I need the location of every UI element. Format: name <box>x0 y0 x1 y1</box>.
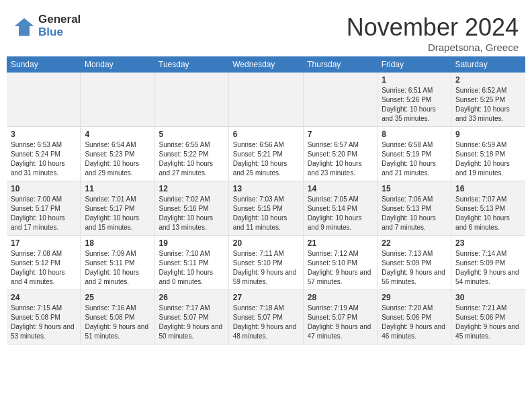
day-info: Daylight: 10 hours and 4 minutes. <box>11 268 76 287</box>
day-info: Daylight: 10 hours and 21 minutes. <box>382 159 447 178</box>
day-header-friday: Friday <box>378 56 451 73</box>
day-info: Sunrise: 7:09 AM <box>85 249 150 259</box>
day-cell: 2Sunrise: 6:52 AMSunset: 5:25 PMDaylight… <box>451 73 525 127</box>
day-header-monday: Monday <box>81 56 154 73</box>
page-header: General Blue November 2024 Drapetsona, G… <box>7 7 525 56</box>
day-number: 15 <box>382 184 447 193</box>
day-info: Sunset: 5:22 PM <box>159 150 224 159</box>
day-number: 4 <box>85 130 150 139</box>
logo: General Blue <box>13 13 81 38</box>
day-number: 11 <box>85 184 150 193</box>
day-cell: 26Sunrise: 7:17 AMSunset: 5:07 PMDayligh… <box>154 290 228 345</box>
day-info: Sunset: 5:11 PM <box>159 259 224 268</box>
day-info: Daylight: 10 hours and 13 minutes. <box>159 214 224 232</box>
day-info: Sunrise: 7:14 AM <box>455 249 521 259</box>
day-info: Sunset: 5:23 PM <box>85 150 150 159</box>
day-info: Sunset: 5:11 PM <box>85 259 150 268</box>
day-number: 3 <box>11 130 76 139</box>
day-info: Sunset: 5:17 PM <box>85 204 150 214</box>
day-info: Daylight: 9 hours and 57 minutes. <box>308 268 373 287</box>
day-info: Daylight: 9 hours and 50 minutes. <box>159 322 224 341</box>
day-info: Sunrise: 7:02 AM <box>159 195 224 204</box>
day-number: 25 <box>85 293 150 302</box>
day-header-wednesday: Wednesday <box>228 56 303 73</box>
day-info: Sunset: 5:10 PM <box>233 259 299 268</box>
day-info: Sunset: 5:24 PM <box>11 150 76 159</box>
day-number: 27 <box>233 293 299 302</box>
day-info: Sunset: 5:14 PM <box>308 204 373 214</box>
day-info: Daylight: 9 hours and 46 minutes. <box>382 322 447 341</box>
day-cell: 18Sunrise: 7:09 AMSunset: 5:11 PMDayligh… <box>81 236 154 290</box>
day-info: Sunrise: 6:53 AM <box>11 140 76 150</box>
day-number: 12 <box>159 184 224 193</box>
day-cell <box>7 73 81 127</box>
day-header-saturday: Saturday <box>451 56 525 73</box>
day-info: Daylight: 10 hours and 25 minutes. <box>233 159 299 178</box>
day-number: 8 <box>382 130 447 139</box>
day-number: 14 <box>308 184 373 193</box>
day-cell <box>154 73 228 127</box>
day-info: Daylight: 10 hours and 35 minutes. <box>382 105 447 124</box>
day-info: Sunrise: 6:56 AM <box>233 140 299 150</box>
day-info: Sunrise: 7:20 AM <box>382 304 447 313</box>
day-info: Daylight: 9 hours and 54 minutes. <box>455 268 521 287</box>
day-info: Daylight: 10 hours and 27 minutes. <box>159 159 224 178</box>
day-info: Daylight: 9 hours and 53 minutes. <box>11 322 76 341</box>
day-info: Sunset: 5:16 PM <box>159 204 224 214</box>
day-info: Sunrise: 6:52 AM <box>455 86 521 95</box>
logo-blue: Blue <box>38 26 81 39</box>
calendar-table: SundayMondayTuesdayWednesdayThursdayFrid… <box>7 56 525 345</box>
day-info: Sunset: 5:18 PM <box>455 150 521 159</box>
day-header-tuesday: Tuesday <box>154 56 228 73</box>
day-info: Sunrise: 6:58 AM <box>382 140 447 150</box>
day-cell: 8Sunrise: 6:58 AMSunset: 5:19 PMDaylight… <box>378 127 451 181</box>
day-info: Sunrise: 7:15 AM <box>11 304 76 313</box>
day-cell: 3Sunrise: 6:53 AMSunset: 5:24 PMDaylight… <box>7 127 81 181</box>
day-info: Sunrise: 6:55 AM <box>159 140 224 150</box>
day-info: Sunrise: 7:01 AM <box>85 195 150 204</box>
day-info: Sunset: 5:09 PM <box>382 259 447 268</box>
day-number: 23 <box>455 238 521 248</box>
day-number: 5 <box>159 130 224 139</box>
day-number: 17 <box>11 238 76 248</box>
day-info: Sunrise: 6:54 AM <box>85 140 150 150</box>
day-info: Daylight: 9 hours and 59 minutes. <box>233 268 299 287</box>
day-cell: 25Sunrise: 7:16 AMSunset: 5:08 PMDayligh… <box>81 290 154 345</box>
day-info: Sunrise: 7:13 AM <box>382 249 447 259</box>
location: Drapetsona, Greece <box>347 42 519 53</box>
day-number: 10 <box>11 184 76 193</box>
day-info: Sunset: 5:10 PM <box>308 259 373 268</box>
day-info: Daylight: 10 hours and 29 minutes. <box>85 159 150 178</box>
day-info: Sunrise: 7:21 AM <box>455 304 521 313</box>
day-info: Sunset: 5:07 PM <box>159 313 224 322</box>
day-info: Sunset: 5:07 PM <box>233 313 299 322</box>
day-header-thursday: Thursday <box>303 56 377 73</box>
day-cell <box>228 73 303 127</box>
day-info: Sunrise: 6:59 AM <box>455 140 521 150</box>
day-info: Sunrise: 7:18 AM <box>233 304 299 313</box>
day-cell: 1Sunrise: 6:51 AMSunset: 5:26 PMDaylight… <box>378 73 451 127</box>
day-info: Sunrise: 7:19 AM <box>308 304 373 313</box>
logo-general: General <box>38 13 81 26</box>
day-info: Sunrise: 7:00 AM <box>11 195 76 204</box>
day-info: Sunset: 5:20 PM <box>308 150 373 159</box>
day-cell: 7Sunrise: 6:57 AMSunset: 5:20 PMDaylight… <box>303 127 377 181</box>
day-info: Sunset: 5:17 PM <box>11 204 76 214</box>
day-cell: 29Sunrise: 7:20 AMSunset: 5:06 PMDayligh… <box>378 290 451 345</box>
day-info: Sunrise: 7:05 AM <box>308 195 373 204</box>
day-info: Sunset: 5:08 PM <box>11 313 76 322</box>
day-cell: 22Sunrise: 7:13 AMSunset: 5:09 PMDayligh… <box>378 236 451 290</box>
day-info: Sunrise: 7:07 AM <box>455 195 521 204</box>
day-info: Daylight: 10 hours and 0 minutes. <box>159 268 224 287</box>
logo-text: General Blue <box>38 13 81 38</box>
day-number: 22 <box>382 238 447 248</box>
day-cell: 15Sunrise: 7:06 AMSunset: 5:13 PMDayligh… <box>378 181 451 236</box>
day-cell: 5Sunrise: 6:55 AMSunset: 5:22 PMDaylight… <box>154 127 228 181</box>
day-info: Daylight: 10 hours and 19 minutes. <box>455 159 521 178</box>
day-info: Daylight: 9 hours and 56 minutes. <box>382 268 447 287</box>
day-info: Sunset: 5:09 PM <box>455 259 521 268</box>
day-info: Sunset: 5:12 PM <box>11 259 76 268</box>
day-cell: 28Sunrise: 7:19 AMSunset: 5:07 PMDayligh… <box>303 290 377 345</box>
day-cell: 24Sunrise: 7:15 AMSunset: 5:08 PMDayligh… <box>7 290 81 345</box>
day-cell <box>81 73 154 127</box>
